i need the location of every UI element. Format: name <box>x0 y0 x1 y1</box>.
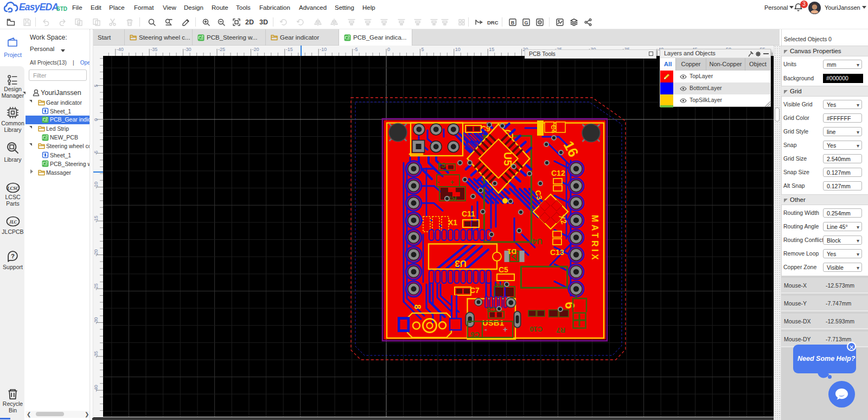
svg-text:MATRIX: MATRIX <box>590 215 599 262</box>
svg-text:U3: U3 <box>455 258 467 269</box>
svg-text:5: 5 <box>421 47 424 52</box>
svg-text:-35: -35 <box>93 351 99 358</box>
svg-text:-: - <box>437 179 439 186</box>
svg-text:-35: -35 <box>150 47 157 52</box>
svg-text:-25: -25 <box>93 283 99 290</box>
svg-text:-30: -30 <box>93 317 99 324</box>
svg-text:5: 5 <box>93 85 99 87</box>
svg-text:15: 15 <box>489 47 494 52</box>
svg-text:-40: -40 <box>117 47 124 52</box>
svg-text:C4: C4 <box>550 125 557 133</box>
svg-text:-10: -10 <box>320 47 327 52</box>
svg-text:C10: C10 <box>529 325 542 333</box>
svg-text:C1: C1 <box>437 161 446 169</box>
svg-text:-: - <box>484 324 487 334</box>
svg-text:-20: -20 <box>93 250 99 257</box>
svg-text:LCSC: LCSC <box>7 186 19 191</box>
svg-text:C6: C6 <box>470 330 480 339</box>
svg-text:C11: C11 <box>462 209 475 218</box>
svg-text:6: 6 <box>563 302 577 309</box>
svg-text:?: ? <box>11 253 15 259</box>
svg-text:C5: C5 <box>499 265 508 274</box>
svg-text:-25: -25 <box>218 47 225 52</box>
svg-text:-10: -10 <box>93 182 99 189</box>
svg-text:8: 8 <box>413 304 422 309</box>
svg-text:C12: C12 <box>551 169 565 177</box>
svg-text:U5: U5 <box>502 152 514 166</box>
svg-text:R7: R7 <box>556 326 565 334</box>
svg-text:JLC: JLC <box>9 220 17 225</box>
svg-text:+: + <box>450 179 454 186</box>
svg-text:0: 0 <box>387 47 390 52</box>
svg-text:X1: X1 <box>448 218 457 227</box>
svg-text:C13: C13 <box>550 248 564 257</box>
svg-text:U4: U4 <box>532 237 542 246</box>
svg-text:-5: -5 <box>93 150 99 155</box>
svg-text:D1: D1 <box>507 247 516 256</box>
svg-text:G: G <box>524 20 528 26</box>
svg-text:10: 10 <box>455 47 461 52</box>
svg-text:-5: -5 <box>354 47 358 52</box>
svg-text:-40: -40 <box>93 385 99 392</box>
svg-text:-15: -15 <box>93 215 99 222</box>
svg-text:0: 0 <box>93 118 99 121</box>
svg-text:-15: -15 <box>286 47 293 52</box>
svg-text:-30: -30 <box>184 47 192 52</box>
svg-text:-20: -20 <box>252 47 259 52</box>
svg-text:B: B <box>511 20 515 26</box>
svg-text:+: + <box>503 324 508 334</box>
